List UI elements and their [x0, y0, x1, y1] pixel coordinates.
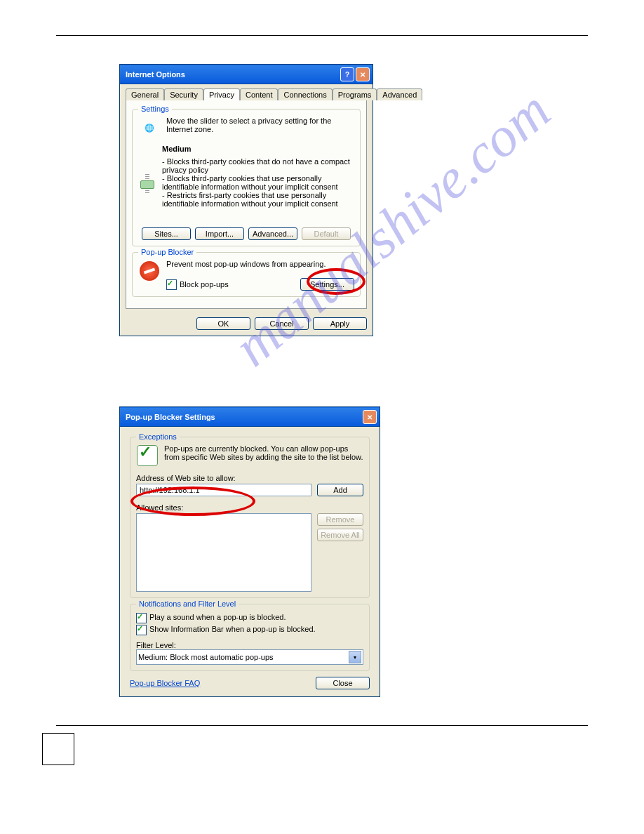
block-popups-label: Block pop-ups: [180, 280, 229, 289]
notifications-group: Notifications and Filter Level Play a so…: [130, 604, 370, 671]
tab-strip: General Security Privacy Content Connect…: [126, 88, 367, 100]
tab-connections[interactable]: Connections: [278, 88, 332, 100]
allowed-sites-list[interactable]: [136, 513, 311, 592]
privacy-slider[interactable]: [138, 145, 156, 222]
tab-programs[interactable]: Programs: [333, 88, 377, 100]
popup-legend: Pop-up Blocker: [138, 248, 196, 256]
settings-group: Settings 🌐 Move the slider to select a p…: [132, 109, 361, 246]
popup-intro: Prevent most pop-up windows from appeari…: [166, 260, 354, 268]
play-sound-checkbox[interactable]: [136, 613, 147, 623]
globe-icon: 🌐: [138, 117, 161, 139]
show-infobar-checkbox[interactable]: [136, 625, 147, 635]
privacy-line-1: - Blocks third-party cookies that do not…: [162, 157, 354, 174]
filter-level-label: Filter Level:: [136, 641, 363, 649]
tab-privacy[interactable]: Privacy: [203, 88, 240, 100]
close-icon[interactable]: ✕: [363, 410, 377, 424]
popup-blocker-settings-dialog: Pop-up Blocker Settings ✕ Exceptions Pop…: [119, 406, 380, 697]
notifications-legend: Notifications and Filter Level: [136, 600, 239, 608]
exceptions-legend: Exceptions: [136, 432, 180, 441]
popup-blocker-faq-link[interactable]: Pop-up Blocker FAQ: [130, 679, 200, 687]
allow-icon: [136, 444, 159, 467]
filter-level-value: Medium: Block most automatic pop-ups: [138, 653, 274, 661]
exceptions-group: Exceptions Pop-ups are currently blocked…: [130, 437, 370, 598]
tab-general[interactable]: General: [126, 88, 164, 100]
show-infobar-label: Show Information Bar when a pop-up is bl…: [149, 625, 316, 633]
close-icon[interactable]: ✕: [356, 67, 370, 81]
advanced-button[interactable]: Advanced...: [248, 227, 297, 240]
privacy-level: Medium: [162, 145, 354, 153]
filter-level-select[interactable]: Medium: Block most automatic pop-ups ▾: [136, 649, 363, 665]
settings-legend: Settings: [138, 105, 172, 113]
titlebar[interactable]: Pop-up Blocker Settings ✕: [120, 407, 380, 427]
remove-button: Remove: [317, 513, 363, 526]
block-icon: [138, 260, 161, 282]
exceptions-intro: Pop-ups are currently blocked. You can a…: [164, 444, 363, 467]
ok-button[interactable]: OK: [196, 317, 250, 330]
add-button[interactable]: Add: [317, 484, 363, 496]
privacy-line-3: - Restricts first-party cookies that use…: [162, 191, 354, 208]
apply-button[interactable]: Apply: [313, 317, 367, 330]
annotation-circle: [130, 486, 255, 516]
page-footer-box: [42, 733, 74, 765]
dialog-title: Pop-up Blocker Settings: [126, 413, 361, 421]
import-button[interactable]: Import...: [195, 227, 244, 240]
help-icon[interactable]: ?: [340, 67, 354, 81]
slider-thumb[interactable]: [140, 180, 154, 189]
sites-button[interactable]: Sites...: [142, 227, 191, 240]
chevron-down-icon[interactable]: ▾: [349, 651, 361, 663]
privacy-line-2: - Blocks third-party cookies that use pe…: [162, 174, 354, 191]
settings-intro: Move the slider to select a privacy sett…: [166, 117, 354, 139]
tab-content[interactable]: Content: [240, 88, 279, 100]
cancel-button[interactable]: Cancel: [255, 317, 309, 330]
close-button[interactable]: Close: [316, 677, 370, 689]
block-popups-checkbox[interactable]: [166, 279, 177, 290]
play-sound-label: Play a sound when a pop-up is blocked.: [149, 613, 286, 621]
address-label: Address of Web site to allow:: [136, 474, 363, 482]
titlebar[interactable]: Internet Options ? ✕: [120, 65, 373, 84]
remove-all-button: Remove All: [317, 529, 363, 541]
tab-security[interactable]: Security: [164, 88, 203, 100]
default-button: Default: [302, 227, 351, 240]
annotation-circle: [307, 268, 365, 295]
tab-advanced[interactable]: Advanced: [377, 88, 422, 100]
dialog-title: Internet Options: [126, 70, 339, 79]
internet-options-dialog: Internet Options ? ✕ General Security Pr…: [119, 64, 373, 336]
